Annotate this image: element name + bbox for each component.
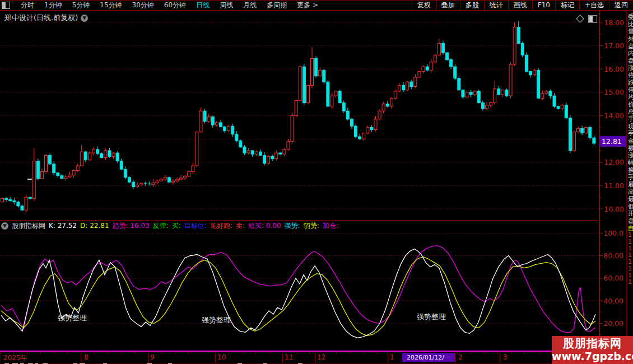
month-separator [455,353,455,363]
month-separator [282,353,283,363]
svg-text:10.00: 10.00 [604,205,624,213]
toolbar-button-5[interactable]: F10 [532,1,555,10]
svg-text:17.00: 17.00 [604,41,624,50]
svg-text:60.00: 60.00 [603,274,623,282]
indicator-header-item-4: 反弹: [153,222,169,230]
month-label-2: 10 [217,353,226,361]
month-label-5: 1 [390,353,394,361]
top-toolbar: 分时1分钟5分钟15分钟30分钟60分钟日线周线月线多周期更多 > 复权叠加多股… [0,0,633,11]
split-window-icon[interactable] [588,15,597,23]
month-separator [1,353,1,363]
indicator-chart[interactable]: 100.080.0060.0040.0020.00 [0,221,633,352]
year-label: 2025年 [3,353,27,363]
app-window: 分时1分钟5分钟15分钟30分钟60分钟日线周线月线多周期更多 > 复权叠加多股… [0,0,633,364]
toolbar-button-8[interactable]: 返回 [609,1,633,10]
month-label-4: 12 [317,353,325,361]
month-separator [148,353,148,363]
svg-text:16.00: 16.00 [604,65,624,73]
indicator-header-item-9: 短买: 0.00 [248,222,281,230]
annotation-label-0: 强势整理 [58,313,87,323]
toolbar-button-4[interactable]: 画线 [508,1,532,10]
month-separator [215,353,216,363]
indicator-header-item-5: 买: [172,222,181,230]
svg-text:18.00: 18.00 [604,18,624,27]
page-title: 郑中设计(日线.前复权) [4,13,78,23]
indicator-header-item-1: K: 27.52 [49,222,77,230]
timeframe-tab-2[interactable]: 5分钟 [67,1,95,10]
timeframe-tab-9[interactable]: 多周期 [262,1,292,10]
svg-text:40.00: 40.00 [603,297,623,305]
toolbar-button-2[interactable]: 多股 [460,1,484,10]
svg-text:20.00: 20.00 [603,319,623,328]
indicator-header-item-2: D: 22.81 [80,222,109,230]
svg-text:100.0: 100.0 [603,229,623,237]
clipped-right-panel: 委比量外盘内盘涨停跌停均价总手现手金额涨幅换手最高最低开盘自11111111 [626,11,633,364]
date-axis-ticks [0,352,633,354]
timeframe-tabs: 分时1分钟5分钟15分钟30分钟60分钟日线周线月线多周期更多 > [12,1,323,10]
chart-title-row: 郑中设计(日线.前复权) ▼ [4,13,88,23]
indicator-header-item-7: 见好跑: [210,222,232,230]
timeframe-tab-4[interactable]: 30分钟 [127,1,159,10]
indicator-header-item-12: 加仓: [323,222,338,230]
indicator-header-item-11: 弱势: [304,222,319,230]
toolbar-button-7[interactable]: +自选 [579,1,609,10]
annotation-label-2: 强势整理 [417,312,446,322]
date-axis[interactable]: 2025年 2026/01/12/一 89101112123 [0,352,633,363]
timeframe-tab-5[interactable]: 60分钟 [159,1,191,10]
indicator-header: ▼ 股朋指标网K: 27.52D: 22.81趋势: 16.03反弹:买:目标位… [1,222,338,230]
month-separator [500,353,500,363]
indicator-header-item-8: 卖: [236,222,245,230]
toolbar-button-6[interactable]: 标记 [555,1,579,10]
svg-text:80.00: 80.00 [603,251,623,260]
watermark-site-name: 股朋指标网 [552,336,633,351]
svg-text:12.00: 12.00 [604,158,624,166]
svg-text:11.00: 11.00 [604,181,624,190]
month-label-6: 2 [458,353,463,361]
watermark-badge: 股朋指标网 www.7gpzb.com [552,336,633,364]
chevron-down-icon[interactable]: ▼ [81,15,88,22]
month-separator [81,353,81,363]
timeframe-tab-0[interactable]: 分时 [16,1,39,10]
panel-toggle-icon[interactable] [2,2,10,9]
timeframe-tab-10[interactable]: 更多 > [292,1,323,10]
bottom-border [0,363,633,363]
month-separator [388,353,388,363]
collapse-icon[interactable]: ▼ [1,222,8,230]
candlestick-chart[interactable]: 18.0017.0016.0015.0014.0012.0011.0010.00… [0,11,633,220]
indicator-header-item-10: 强势: [285,222,300,230]
timeframe-tab-3[interactable]: 15分钟 [95,1,127,10]
toolbar-button-3[interactable]: 统计 [484,1,508,10]
month-label-3: 11 [285,353,293,361]
svg-text:15.00: 15.00 [604,88,624,96]
indicator-header-item-3: 趋势: 16.03 [113,222,150,230]
toolbar-button-1[interactable]: 叠加 [436,1,460,10]
annotation-label-1: 强势整理 [202,315,231,325]
indicator-header-item-0: 股朋指标网 [12,222,45,230]
timeframe-tab-8[interactable]: 月线 [238,1,262,10]
diamond-icon[interactable] [576,15,584,23]
cursor-date-tag: 2026/01/12/一 [402,353,455,362]
timeframe-tab-1[interactable]: 1分钟 [39,1,67,10]
month-label-0: 8 [84,353,89,361]
month-label-7: 3 [503,353,508,361]
month-separator [315,353,315,363]
timeframe-tab-7[interactable]: 周线 [215,1,238,10]
month-label-1: 9 [150,353,155,361]
timeframe-tab-6[interactable]: 日线 [191,1,215,10]
svg-text:12.81: 12.81 [602,137,622,146]
toolbar-right-buttons: 复权叠加多股统计画线F10标记+自选返回 [412,1,633,10]
indicator-header-item-6: 目标位: [184,222,207,230]
toolbar-button-0[interactable]: 复权 [412,1,436,10]
svg-text:14.00: 14.00 [604,111,624,120]
watermark-url: www.7gpzb.com [552,351,633,362]
